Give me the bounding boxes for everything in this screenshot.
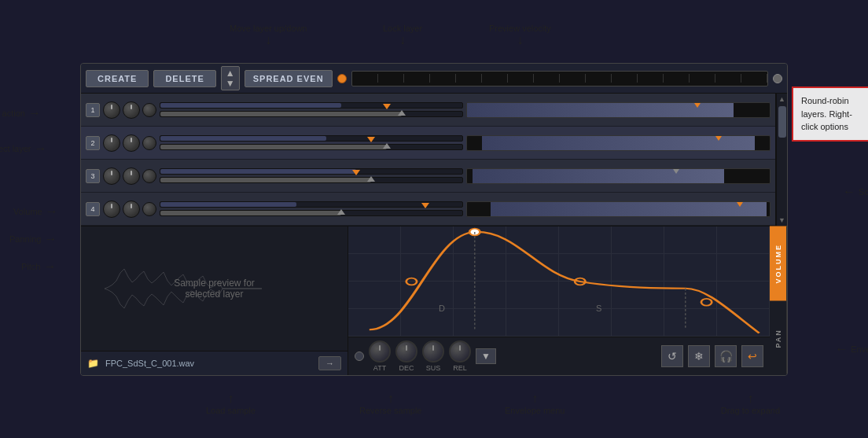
ann-pitch-arrow: → — [43, 259, 56, 274]
velocity-tick — [664, 74, 690, 83]
ann-select-layer-text: Select layer — [0, 144, 31, 153]
layer-4-slider-bottom[interactable] — [160, 210, 463, 216]
envelope-controls: ATT DEC SUS REL ▼ — [348, 337, 770, 375]
layer-num-4[interactable]: 4 — [86, 202, 100, 216]
velocity-tick — [741, 74, 767, 83]
round-robin-dot[interactable] — [773, 74, 782, 83]
env-s-label: S — [596, 304, 601, 313]
velocity-tick — [378, 74, 404, 83]
layer-1-pitch-knob[interactable] — [142, 103, 156, 117]
ann-reverse-sample-arrow: ↑ — [388, 392, 394, 406]
layer-2-slider-top[interactable] — [160, 135, 463, 142]
layer-1-vel-range[interactable] — [466, 102, 771, 118]
env-rel-group: REL — [449, 340, 471, 372]
layers-area: 1 — [81, 94, 787, 226]
env-mode-dot[interactable] — [355, 352, 364, 361]
layer-2-vol-knob[interactable] — [103, 134, 120, 152]
env-type-tabs: VOLUME PAN — [770, 226, 787, 375]
layer-3-vol-knob[interactable] — [103, 167, 120, 185]
layer-4-slider-top[interactable] — [160, 201, 463, 208]
layer-row: 4 — [81, 193, 775, 226]
ann-layer-action-arrow: → — [28, 106, 41, 120]
move-layer-button[interactable]: ▲▼ — [221, 66, 240, 90]
envelope-section: D S ATT DEC SUS — [348, 226, 770, 375]
layer-4-vol-knob[interactable] — [103, 201, 120, 218]
layer-row: 3 — [81, 160, 775, 193]
ann-move-layer-arrow: ↓ — [265, 33, 271, 47]
velocity-bar[interactable] — [351, 71, 768, 86]
env-sus-knob[interactable] — [422, 340, 444, 363]
velocity-tick — [638, 74, 664, 83]
layer-4-vel-range[interactable] — [466, 201, 771, 217]
svg-point-3 — [701, 299, 712, 306]
env-freeze-button[interactable]: ❄ — [688, 345, 710, 367]
layer-3-slider-bottom[interactable] — [160, 177, 463, 183]
velocity-tick — [612, 74, 638, 83]
ann-drag-expand-arrow: ↑ — [747, 392, 753, 406]
layer-4-pan-knob[interactable] — [123, 201, 140, 218]
layer-4-controls — [103, 201, 156, 218]
layer-3-pitch-knob[interactable] — [142, 169, 156, 183]
layer-num-2[interactable]: 2 — [86, 136, 100, 150]
env-d-label: D — [439, 304, 445, 313]
ann-panning-text: Panning — [9, 234, 41, 244]
layer-num-1[interactable]: 1 — [86, 103, 100, 117]
layer-2-pan-knob[interactable] — [123, 134, 140, 152]
env-reset-button[interactable]: ↺ — [661, 345, 683, 367]
env-sus-group: SUS — [422, 340, 444, 372]
ann-preview-vel-arrow: ↓ — [517, 33, 523, 47]
sample-name: FPC_SdSt_C_001.wav — [105, 359, 312, 368]
envelope-canvas: D S — [348, 226, 770, 337]
layer-num-3[interactable]: 3 — [86, 169, 100, 183]
svg-point-1 — [406, 278, 417, 285]
ann-envelope-menu-text: Envelope menu — [505, 406, 565, 415]
env-att-group: ATT — [369, 340, 391, 372]
velocity-tick — [534, 74, 560, 83]
layer-4-pitch-knob[interactable] — [142, 202, 156, 216]
env-menu-arrow[interactable]: ▼ — [476, 348, 496, 364]
env-rel-knob[interactable] — [449, 340, 471, 363]
velocity-tick — [560, 74, 586, 83]
env-att-knob[interactable] — [369, 340, 391, 363]
velocity-ticks — [352, 72, 767, 86]
ann-lock-layer-text: Lock layer — [383, 24, 422, 33]
layer-1-vol-knob[interactable] — [103, 101, 120, 119]
env-dec-knob[interactable] — [395, 340, 417, 363]
layers-scrollbar[interactable]: ▲ ▼ — [776, 94, 787, 226]
layer-4-sliders — [160, 201, 463, 216]
velocity-tick — [715, 74, 741, 83]
scroll-thumb[interactable] — [778, 106, 786, 138]
env-dec-group: DEC — [395, 340, 417, 372]
sample-footer: 📁 FPC_SdSt_C_001.wav → — [81, 351, 348, 375]
toolbar: CREATE DELETE ▲▼ SPREAD EVEN — [81, 64, 787, 94]
layer-1-slider-top[interactable] — [160, 102, 463, 109]
layer-3-slider-top[interactable] — [160, 168, 463, 175]
env-tab-volume[interactable]: VOLUME — [770, 226, 787, 301]
round-robin-text: Round-robinlayers. Right-click options — [801, 96, 852, 131]
layer-3-pan-knob[interactable] — [123, 167, 140, 185]
layer-1-slider-bottom[interactable] — [160, 111, 463, 117]
velocity-tick — [586, 74, 612, 83]
ann-volume-arrow: → — [46, 204, 58, 219]
spread-even-button[interactable]: SPREAD EVEN — [245, 70, 333, 87]
folder-icon[interactable]: 📁 — [87, 358, 99, 369]
layer-3-vel-range[interactable] — [466, 168, 771, 184]
layer-2-slider-bottom[interactable] — [160, 144, 463, 150]
delete-button[interactable]: DELETE — [153, 70, 215, 87]
waveform-display — [105, 257, 325, 320]
velocity-tick — [690, 74, 715, 83]
layer-1-sliders — [160, 102, 463, 117]
ann-drag-expand-text: Drag to expand — [721, 406, 780, 415]
layer-2-pitch-knob[interactable] — [142, 136, 156, 150]
velocity-tick — [508, 74, 534, 83]
env-bounce-button[interactable]: ↩ — [741, 345, 763, 367]
layer-1-pan-knob[interactable] — [123, 101, 140, 119]
ann-layer-action-text: Layer action — [0, 109, 25, 118]
velocity-tick — [352, 74, 378, 83]
ann-preview-vel-text: Preview velocity — [489, 24, 551, 33]
create-button[interactable]: CREATE — [86, 70, 149, 87]
reverse-sample-button[interactable]: → — [318, 356, 341, 370]
layer-2-vel-range[interactable] — [466, 135, 771, 151]
env-tab-pan[interactable]: PAN — [770, 301, 787, 376]
env-headphone-button[interactable]: 🎧 — [715, 345, 737, 367]
